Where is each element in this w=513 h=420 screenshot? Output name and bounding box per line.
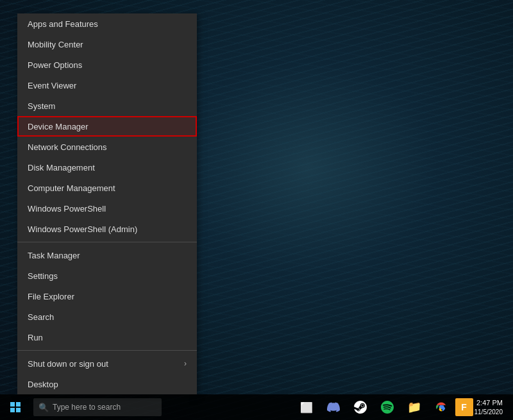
menu-item-computer-management[interactable]: Computer Management — [17, 178, 197, 198]
menu-item-power-options[interactable]: Power Options — [17, 55, 197, 75]
menu-item-mobility-center[interactable]: Mobility Center — [17, 34, 197, 55]
context-menu: Apps and Features Mobility Center Power … — [17, 13, 197, 394]
time: 2:47 PM — [475, 398, 503, 407]
system-tray: 2:47 PM 11/5/2020 — [475, 398, 509, 416]
search-placeholder: Type here to search — [53, 403, 121, 412]
file-explorer-taskbar-icon[interactable]: 📁 — [401, 394, 427, 420]
menu-item-desktop[interactable]: Desktop — [17, 374, 197, 394]
date: 11/5/2020 — [475, 408, 503, 416]
menu-item-settings[interactable]: Settings — [17, 265, 197, 286]
menu-divider-2 — [17, 350, 197, 351]
windows-logo-icon — [10, 402, 21, 412]
chrome-taskbar-icon[interactable] — [428, 394, 454, 420]
menu-item-task-manager[interactable]: Task Manager — [17, 245, 197, 265]
menu-item-disk-management[interactable]: Disk Management — [17, 157, 197, 178]
discord-taskbar-icon[interactable] — [321, 394, 346, 420]
menu-divider-1 — [17, 242, 197, 242]
task-view-button[interactable]: ⬜ — [294, 394, 319, 420]
taskbar-search-box[interactable]: 🔍 Type here to search — [33, 398, 162, 416]
menu-item-event-viewer[interactable]: Event Viewer — [17, 75, 197, 96]
menu-item-shut-down[interactable]: Shut down or sign out › — [17, 353, 197, 374]
desktop: Apps and Features Mobility Center Power … — [0, 0, 513, 420]
menu-item-file-explorer[interactable]: File Explorer — [17, 286, 197, 307]
menu-item-windows-powershell[interactable]: Windows PowerShell — [17, 198, 197, 219]
taskbar-icons: ⬜ 📁 — [294, 394, 514, 420]
clock: 2:47 PM 11/5/2020 — [475, 398, 503, 416]
menu-item-system[interactable]: System — [17, 96, 197, 116]
file-manager-taskbar-icon[interactable]: F — [455, 398, 473, 416]
start-button[interactable] — [0, 394, 31, 420]
menu-item-windows-powershell-admin[interactable]: Windows PowerShell (Admin) — [17, 219, 197, 239]
menu-item-run[interactable]: Run — [17, 327, 197, 348]
steam-taskbar-icon[interactable] — [348, 394, 373, 420]
spotify-taskbar-icon[interactable] — [374, 394, 400, 420]
menu-item-search[interactable]: Search — [17, 307, 197, 327]
menu-item-apps-features[interactable]: Apps and Features — [17, 13, 197, 34]
menu-item-device-manager[interactable]: Device Manager — [17, 116, 197, 137]
menu-item-network-connections[interactable]: Network Connections — [17, 137, 197, 157]
submenu-arrow-icon: › — [184, 359, 187, 368]
taskbar: 🔍 Type here to search ⬜ — [0, 394, 513, 420]
